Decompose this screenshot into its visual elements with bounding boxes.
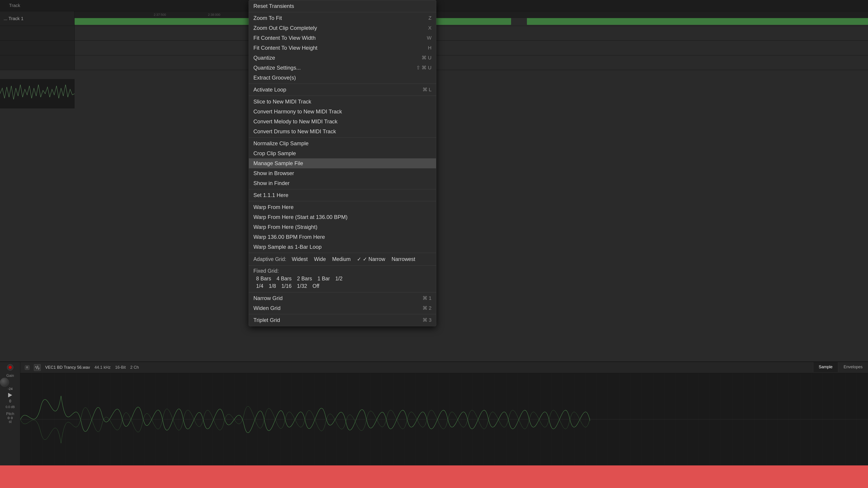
adaptive-grid-option-widest[interactable]: Widest <box>289 255 311 263</box>
menu-item-label-set-here: Set 1.1.1 Here <box>253 192 288 198</box>
menu-item-convert-drums[interactable]: Convert Drums to New MIDI Track <box>249 127 436 136</box>
menu-separator-grid-opts <box>249 292 436 292</box>
menu-item-warp-from-here-bpm[interactable]: Warp From Here (Start at 136.00 BPM) <box>249 212 436 222</box>
track-row-header-4 <box>0 55 74 70</box>
menu-separator <box>249 189 436 189</box>
menu-separator-triplet <box>249 314 436 314</box>
menu-item-label-warp-from-here: Warp From Here <box>253 204 293 210</box>
menu-item-fit-width[interactable]: Fit Content To View WidthW <box>249 33 436 43</box>
fixed-grid-item-1-2[interactable]: 1/2 <box>333 275 345 283</box>
adaptive-grid-option-narrow[interactable]: ✓ Narrow <box>354 255 388 263</box>
menu-item-label-triplet-grid: Triplet Grid <box>253 317 280 323</box>
menu-item-show-finder[interactable]: Show in Finder <box>249 178 436 188</box>
adaptive-grid-option-narrowest[interactable]: Narrowest <box>388 255 418 263</box>
track-row-content-2 <box>74 26 868 40</box>
menu-item-set-here[interactable]: Set 1.1.1 Here <box>249 190 436 200</box>
clip-tabs: Sample Envelopes <box>813 362 868 372</box>
menu-item-shortcut-narrow-grid: ⌘ 1 <box>423 295 432 301</box>
clip-info-bar: R VEC1 BD Trancy 56.wav 44.1 kHz 16-Bit … <box>20 362 868 373</box>
menu-item-label-warp-straight: Warp From Here (Straight) <box>253 224 317 230</box>
play-button-area[interactable] <box>8 393 12 397</box>
adaptive-grid-option-medium[interactable]: Medium <box>329 255 354 263</box>
track-row-header: ... Track 1 <box>0 11 74 26</box>
menu-item-quantize-settings[interactable]: Quantize Settings...⇧ ⌘ U <box>249 63 436 73</box>
menu-item-convert-melody[interactable]: Convert Melody to New MIDI Track <box>249 117 436 127</box>
clip-channels: 2 Ch <box>130 365 139 370</box>
adaptive-grid-label: Adaptive Grid: <box>253 256 286 262</box>
menu-item-show-browser[interactable]: Show in Browser <box>249 168 436 178</box>
gain-value: -24 <box>0 387 20 391</box>
menu-item-normalize-clip[interactable]: Normalize Clip Sample <box>249 138 436 149</box>
clip-detail-area: Gain -24 0 0.0 dB Pitch 0 0 st R <box>0 361 868 465</box>
menu-separator <box>249 201 436 201</box>
fixed-grid-item-2-Bars[interactable]: 2 Bars <box>294 275 315 283</box>
tab-sample[interactable]: Sample <box>813 362 838 372</box>
menu-item-label-convert-melody: Convert Melody to New MIDI Track <box>253 119 338 125</box>
gain-knob[interactable] <box>0 378 9 387</box>
menu-item-label-fit-height: Fit Content To View Height <box>253 45 317 51</box>
fixed-grid-item-1-Bar[interactable]: 1 Bar <box>315 275 333 283</box>
menu-item-label-widen-grid: Widen Grid <box>253 305 281 311</box>
menu-item-warp-from-here[interactable]: Warp From Here <box>249 202 436 212</box>
play-icon <box>8 393 12 397</box>
menu-item-widen-grid[interactable]: Widen Grid⌘ 2 <box>249 303 436 313</box>
menu-item-warp-1bar[interactable]: Warp Sample as 1-Bar Loop <box>249 242 436 252</box>
menu-item-crop-clip[interactable]: Crop Clip Sample <box>249 149 436 158</box>
fixed-grid-item-1-8[interactable]: 1/8 <box>266 283 279 290</box>
adaptive-grid-section: Adaptive Grid:WidestWideMedium✓ NarrowNa… <box>249 254 436 265</box>
menu-item-activate-loop[interactable]: Activate Loop⌘ L <box>249 85 436 95</box>
menu-item-zoom-out-clip[interactable]: Zoom Out Clip CompletelyX <box>249 23 436 33</box>
fixed-grid-item-1-4[interactable]: 1/4 <box>253 283 266 290</box>
menu-item-triplet-grid[interactable]: Triplet Grid⌘ 3 <box>249 315 436 325</box>
adaptive-grid-option-wide[interactable]: Wide <box>311 255 329 263</box>
menu-item-extract-groove[interactable]: Extract Groove(s) <box>249 73 436 83</box>
gain-section: Gain -24 <box>0 372 20 391</box>
waveform-preview <box>0 79 74 108</box>
menu-item-shortcut-zoom-out-clip: X <box>428 25 432 31</box>
fixed-grid-item-Off[interactable]: Off <box>310 283 322 290</box>
context-menu: Reset TransientsZoom To FitZZoom Out Cli… <box>249 0 436 326</box>
menu-separator <box>249 137 436 138</box>
menu-separator <box>249 84 436 84</box>
menu-item-convert-harmony[interactable]: Convert Harmony to New MIDI Track <box>249 107 436 117</box>
fixed-grid-item-8-Bars[interactable]: 8 Bars <box>253 275 274 283</box>
menu-item-label-manage-sample: Manage Sample File <box>253 160 303 166</box>
gain-label: Gain <box>0 374 20 378</box>
tab-envelopes[interactable]: Envelopes <box>838 362 868 372</box>
menu-separator-fixed <box>249 265 436 266</box>
menu-item-shortcut-zoom-to-fit: Z <box>429 15 432 21</box>
fixed-grid-item-1-16[interactable]: 1/16 <box>279 283 294 290</box>
menu-item-shortcut-quantize: ⌘ U <box>422 55 432 61</box>
clip-bitdepth: 16-Bit <box>115 365 126 370</box>
menu-item-label-crop-clip: Crop Clip Sample <box>253 150 296 157</box>
fixed-grid-row1: 8 Bars4 Bars2 Bars1 Bar1/2 <box>253 275 432 283</box>
menu-item-fit-height[interactable]: Fit Content To View HeightH <box>249 43 436 53</box>
menu-item-label-show-finder: Show in Finder <box>253 180 289 186</box>
track-name: ... Track 1 <box>4 16 24 21</box>
menu-item-slice-midi[interactable]: Slice to New MIDI Track <box>249 97 436 107</box>
menu-item-label-narrow-grid: Narrow Grid <box>253 295 283 301</box>
pitch-cents: 0 <box>11 416 13 420</box>
menu-item-label-zoom-to-fit: Zoom To Fit <box>253 15 282 21</box>
menu-item-shortcut-quantize-settings: ⇧ ⌘ U <box>416 65 432 71</box>
menu-item-warp-136[interactable]: Warp 136.00 BPM From Here <box>249 232 436 242</box>
menu-item-label-extract-groove: Extract Groove(s) <box>253 74 296 81</box>
menu-item-narrow-grid[interactable]: Narrow Grid⌘ 1 <box>249 293 436 303</box>
pitch-values: 0 0 <box>0 416 20 420</box>
menu-item-reset-transients[interactable]: Reset Transients <box>249 1 436 11</box>
fixed-grid-item-1-32[interactable]: 1/32 <box>294 283 310 290</box>
db-value: 0.0 dB <box>6 405 15 409</box>
menu-item-label-convert-drums: Convert Drums to New MIDI Track <box>253 128 336 135</box>
clip-record-indicator[interactable]: R <box>25 365 29 370</box>
pitch-section: Pitch 0 0 st <box>0 411 20 424</box>
fixed-grid-item-4-Bars[interactable]: 4 Bars <box>274 275 294 283</box>
track-row-header-2 <box>0 26 74 40</box>
menu-item-manage-sample[interactable]: Manage Sample File <box>249 158 436 168</box>
clip-filename: VEC1 BD Trancy 56.wav <box>45 365 90 370</box>
timeline-markers: 2:37:500 2:38:000 2:38:500 2:39:000 2:39… <box>74 11 868 18</box>
menu-item-quantize[interactable]: Quantize⌘ U <box>249 53 436 63</box>
arm-button[interactable] <box>7 364 13 370</box>
menu-item-shortcut-triplet-grid: ⌘ 3 <box>423 317 432 323</box>
menu-item-warp-straight[interactable]: Warp From Here (Straight) <box>249 222 436 232</box>
menu-item-zoom-to-fit[interactable]: Zoom To FitZ <box>249 13 436 23</box>
